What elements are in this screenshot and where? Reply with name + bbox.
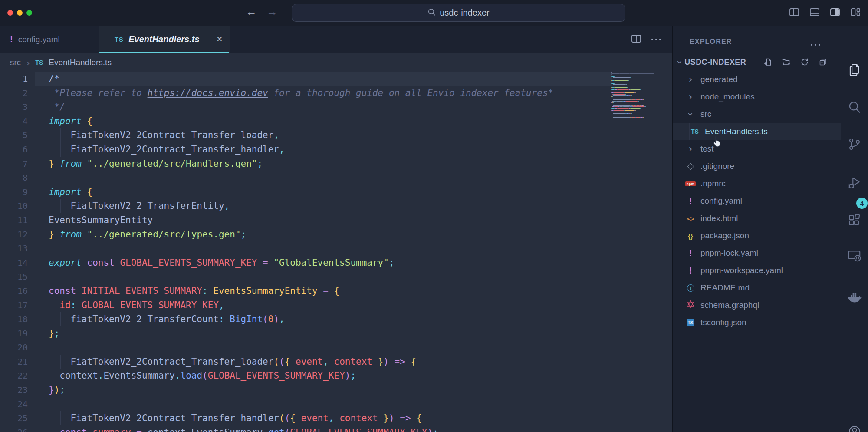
tree-item-readme-md[interactable]: iREADME.md <box>673 279 841 297</box>
remote-explorer-icon[interactable] <box>847 248 862 263</box>
tree-item--gitignore[interactable]: .gitignore <box>673 158 841 175</box>
command-center-search[interactable]: usdc-indexer <box>292 4 625 22</box>
breadcrumb-file[interactable]: EventHandlers.ts <box>49 58 112 67</box>
tree-item-label: pnpm-lock.yaml <box>700 248 758 258</box>
explorer-more-actions-icon[interactable] <box>811 44 820 46</box>
zoom-window-button[interactable] <box>26 10 32 16</box>
code-editor[interactable]: 1/*2 *Please refer to https://docs.envio… <box>0 72 672 432</box>
code-line-22[interactable]: 22 context.EventsSummary.load(GLOBAL_EVE… <box>0 369 672 383</box>
code-line-6[interactable]: 6 FiatTokenV2_2Contract_Transfer_handler… <box>0 142 672 157</box>
tree-item-package-json[interactable]: {}package.json <box>673 227 841 244</box>
code-line-21[interactable]: 21 FiatTokenV2_2Contract_Transfer_loader… <box>0 355 672 369</box>
tree-item-config-yaml[interactable]: !config.yaml <box>673 192 841 210</box>
code-line-2[interactable]: 2 *Please refer to https://docs.envio.de… <box>0 86 672 100</box>
code-line-content: }; <box>49 328 59 339</box>
tsconfig-icon: TS <box>687 319 694 326</box>
code-line-14[interactable]: 14export const GLOBAL_EVENTS_SUMMARY_KEY… <box>0 256 672 270</box>
explorer-panel: EXPLORER › USDC-INDEXER <box>672 26 841 432</box>
code-line-content: /* <box>49 73 59 84</box>
code-line-23[interactable]: 23}); <box>0 383 672 397</box>
editor-group: ! config.yaml TS EventHandlers.ts ✕ src … <box>0 26 672 432</box>
tree-item-tsconfig-json[interactable]: TStsconfig.json <box>673 314 841 331</box>
code-line-content: FiatTokenV2_2Contract_Transfer_handler((… <box>49 413 422 423</box>
line-number: 24 <box>0 397 28 412</box>
new-folder-icon[interactable] <box>782 58 791 66</box>
run-debug-icon[interactable] <box>847 175 862 190</box>
toggle-primary-sidebar-icon[interactable] <box>789 7 800 18</box>
tree-item--npmrc[interactable]: npm.npmrc <box>673 175 841 192</box>
code-line-25[interactable]: 25 FiatTokenV2_2Contract_Transfer_handle… <box>0 411 672 425</box>
line-number: 13 <box>0 241 28 256</box>
yaml-warning-icon: ! <box>689 248 692 258</box>
search-sidebar-icon[interactable] <box>847 100 862 115</box>
line-number: 6 <box>0 142 28 157</box>
code-line-26[interactable]: 26 const summary = context.EventsSummary… <box>0 425 672 432</box>
customize-layout-icon[interactable] <box>850 7 861 18</box>
tree-item-src[interactable]: ›src <box>673 106 841 123</box>
code-line-24[interactable]: 24 <box>0 397 672 412</box>
forward-button[interactable]: → <box>266 5 278 19</box>
docker-icon[interactable] <box>847 291 862 306</box>
project-root-row[interactable]: › USDC-INDEXER <box>673 53 841 71</box>
graphql-icon <box>687 300 695 310</box>
account-icon[interactable] <box>847 424 862 432</box>
code-line-16[interactable]: 16const INITIAL_EVENTS_SUMMARY: EventsSu… <box>0 284 672 298</box>
breadcrumb: src › TS EventHandlers.ts <box>0 53 672 72</box>
split-editor-icon[interactable] <box>631 33 642 46</box>
tree-item-node-modules[interactable]: ›node_modules <box>673 88 841 106</box>
code-line-content: import { <box>49 116 92 126</box>
line-number: 25 <box>0 411 28 425</box>
refresh-icon[interactable] <box>800 58 809 66</box>
code-line-20[interactable]: 20 <box>0 340 672 355</box>
code-line-7[interactable]: 7} from "../generated/src/Handlers.gen"; <box>0 157 672 171</box>
back-button[interactable]: ← <box>246 5 257 19</box>
code-line-5[interactable]: 5 FiatTokenV2_2Contract_Transfer_loader, <box>0 128 672 142</box>
minimize-window-button[interactable] <box>17 10 23 16</box>
code-line-content: const summary = context.EventsSummary.ge… <box>49 427 438 432</box>
code-line-8[interactable]: 8 <box>0 171 672 185</box>
close-window-button[interactable] <box>7 10 13 16</box>
code-line-17[interactable]: 17 id: GLOBAL_EVENTS_SUMMARY_KEY, <box>0 298 672 313</box>
source-control-icon[interactable] <box>847 137 862 152</box>
line-number: 3 <box>0 100 28 114</box>
code-line-9[interactable]: 9import { <box>0 185 672 199</box>
code-line-4[interactable]: 4import { <box>0 114 672 129</box>
tree-item-label: config.yaml <box>700 196 742 206</box>
code-line-1[interactable]: 1/* <box>0 72 672 86</box>
tree-item-generated[interactable]: ›generated <box>673 71 841 88</box>
new-file-icon[interactable] <box>764 58 773 66</box>
more-actions-icon[interactable] <box>651 39 661 40</box>
tab-config-yaml[interactable]: ! config.yaml <box>0 26 99 53</box>
code-line-12[interactable]: 12} from "../generated/src/Types.gen"; <box>0 228 672 242</box>
tree-item-eventhandlers-ts[interactable]: TSEventHandlers.ts <box>673 123 841 140</box>
toggle-panel-icon[interactable] <box>809 7 820 18</box>
html-icon: <> <box>687 215 694 222</box>
tab-eventhandlers-ts[interactable]: TS EventHandlers.ts ✕ <box>99 26 230 53</box>
tree-item-index-html[interactable]: <>index.html <box>673 210 841 227</box>
minimap[interactable] <box>611 72 661 119</box>
code-line-11[interactable]: 11EventsSummaryEntity <box>0 213 672 228</box>
code-line-15[interactable]: 15 <box>0 270 672 284</box>
tree-item-label: package.json <box>700 231 749 241</box>
extensions-icon[interactable] <box>847 213 862 228</box>
line-number: 18 <box>0 312 28 326</box>
code-line-19[interactable]: 19}; <box>0 326 672 341</box>
close-tab-icon[interactable]: ✕ <box>217 35 223 44</box>
code-line-13[interactable]: 13 <box>0 241 672 256</box>
tree-item-schema-graphql[interactable]: schema.graphql <box>673 297 841 314</box>
tree-item-pnpm-lock-yaml[interactable]: !pnpm-lock.yaml <box>673 244 841 262</box>
toggle-secondary-sidebar-icon[interactable] <box>829 7 841 18</box>
search-text: usdc-indexer <box>440 8 490 18</box>
tree-item-pnpm-workspace-yaml[interactable]: !pnpm-workspace.yaml <box>673 262 841 279</box>
collapse-all-icon[interactable] <box>819 58 827 66</box>
yaml-warning-icon: ! <box>689 196 692 206</box>
code-line-content: *Please refer to https://docs.envio.dev … <box>49 88 553 98</box>
tree-item-test[interactable]: ›test <box>673 140 841 158</box>
explorer-icon[interactable] <box>847 63 862 77</box>
code-line-10[interactable]: 10 FiatTokenV2_2_TransferEntity, <box>0 199 672 213</box>
code-line-3[interactable]: 3 */ <box>0 100 672 114</box>
code-line-18[interactable]: 18 fiatTokenV2_2_TransferCount: BigInt(0… <box>0 312 672 326</box>
breadcrumb-folder[interactable]: src <box>10 58 21 67</box>
tab-bar: ! config.yaml TS EventHandlers.ts ✕ <box>0 26 672 53</box>
line-number: 16 <box>0 284 28 298</box>
